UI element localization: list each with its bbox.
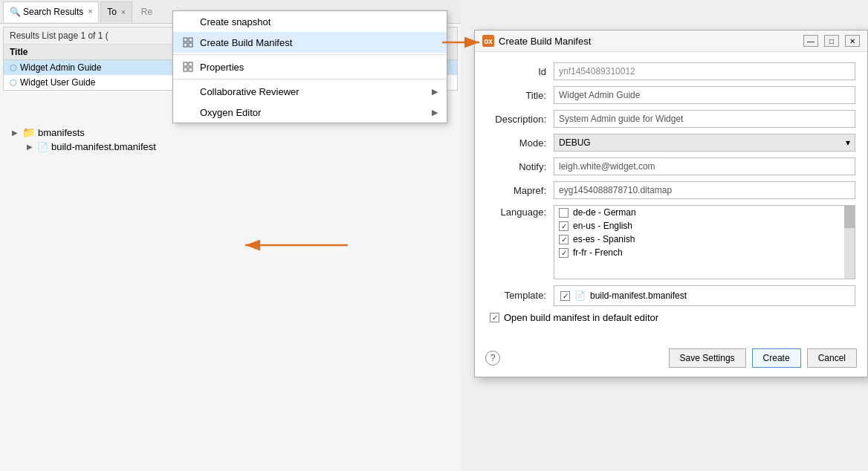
folder-icon: 📁 xyxy=(22,126,35,138)
tab-to-label: To xyxy=(107,7,117,17)
svg-rect-3 xyxy=(189,43,192,47)
template-label: Template: xyxy=(487,285,554,301)
mode-value: DEBUG xyxy=(559,137,591,148)
file-tree: ▶ 📁 bmanifests ▶ 📄 build-manifest.bmanif… xyxy=(0,119,438,160)
menu-item-properties-label: Properties xyxy=(200,62,244,73)
svg-rect-4 xyxy=(184,62,187,66)
open-build-label: Open build manifest in default editor xyxy=(504,312,658,323)
tab-to[interactable]: To × xyxy=(100,1,132,22)
mode-select[interactable]: DEBUG ▾ xyxy=(554,134,855,152)
dialog-controls: — □ ✕ xyxy=(803,35,860,47)
row-icon-2: ⬡ xyxy=(10,78,17,88)
folder-name: bmanifests xyxy=(38,127,85,138)
menu-item-create-snapshot[interactable]: Create snapshot xyxy=(173,11,447,32)
template-file-name: build-manifest.bmanifest xyxy=(590,290,687,301)
template-box: ✓ 📄 build-manifest.bmanifest xyxy=(554,285,855,306)
menu-item-create-build-manifest[interactable]: Create Build Manifest xyxy=(173,32,447,53)
language-row: Language: de-de - German ✓ en-us - Engli… xyxy=(487,205,855,279)
lang-checkbox-de-de[interactable] xyxy=(559,208,569,218)
lang-item-de-de: de-de - German xyxy=(554,206,855,219)
id-row: Id xyxy=(487,62,855,80)
save-settings-button[interactable]: Save Settings xyxy=(669,348,746,368)
svg-rect-5 xyxy=(189,62,192,66)
title-label: Title: xyxy=(487,90,554,101)
dialog-minimize-button[interactable]: — xyxy=(803,35,818,47)
results-row-2-label: Widget User Guide xyxy=(20,77,95,88)
menu-separator-2 xyxy=(173,79,447,79)
tree-file-bmanifest[interactable]: ▶ 📄 build-manifest.bmanifest xyxy=(27,140,427,154)
dialog-footer: ? Save Settings Create Cancel xyxy=(475,342,867,377)
mode-dropdown-icon: ▾ xyxy=(846,137,850,148)
svg-rect-2 xyxy=(184,43,187,47)
dialog-body: Id Title: Description: Mode: DEBUG ▾ Not… xyxy=(475,52,867,342)
dialog-close-button[interactable]: ✕ xyxy=(845,35,860,47)
template-item: ✓ 📄 build-manifest.bmanifest xyxy=(560,290,849,301)
mapref-row: Mapref: xyxy=(487,181,855,199)
template-checkbox[interactable]: ✓ xyxy=(560,291,570,301)
lang-item-es-es: ✓ es-es - Spanish xyxy=(554,233,855,246)
scrollbar-thumb xyxy=(844,206,855,228)
notify-input[interactable] xyxy=(554,157,855,175)
language-scrollbar[interactable] xyxy=(844,206,855,279)
menu-item-properties[interactable]: Properties xyxy=(173,56,447,77)
template-file-icon: 📄 xyxy=(574,290,586,301)
menu-item-create-build-manifest-label: Create Build Manifest xyxy=(200,37,292,48)
lang-item-fr-fr: ✓ fr-fr - French xyxy=(554,246,855,259)
create-snapshot-icon xyxy=(182,16,194,27)
notify-row: Notify: xyxy=(487,157,855,175)
mapref-input[interactable] xyxy=(554,181,855,199)
tab-search-results[interactable]: 🔍 Search Results × xyxy=(3,1,99,22)
menu-item-oxygen-editor-label: Oxygen Editor xyxy=(200,107,261,118)
language-list: de-de - German ✓ en-us - English ✓ es-es… xyxy=(554,205,855,279)
description-row: Description: xyxy=(487,110,855,128)
results-row-1-label: Widget Admin Guide xyxy=(20,62,101,73)
folder-expand-icon: ▶ xyxy=(12,129,19,137)
lang-label-de-de: de-de - German xyxy=(573,207,636,218)
svg-rect-0 xyxy=(184,38,187,42)
dialog-title-icon: ox xyxy=(482,35,494,47)
file-icon: 📄 xyxy=(37,142,48,152)
context-menu: Create snapshot Create Build Manifest Pr… xyxy=(172,10,447,123)
lang-label-fr-fr: fr-fr - French xyxy=(573,247,623,258)
lang-checkbox-en-us[interactable]: ✓ xyxy=(559,221,569,231)
menu-separator-1 xyxy=(173,54,447,55)
row-icon-1: ⬡ xyxy=(10,63,17,73)
create-build-manifest-dialog: ox Create Build Manifest — □ ✕ Id Title:… xyxy=(474,30,868,377)
svg-rect-1 xyxy=(189,38,192,42)
collaborative-reviewer-arrow: ▶ xyxy=(432,87,438,97)
dialog-titlebar: ox Create Build Manifest — □ ✕ xyxy=(475,30,867,52)
lang-checkbox-es-es[interactable]: ✓ xyxy=(559,235,569,244)
open-build-checkbox[interactable]: ✓ xyxy=(490,313,499,322)
cancel-button[interactable]: Cancel xyxy=(807,348,857,368)
id-input[interactable] xyxy=(554,62,855,80)
open-build-row: ✓ Open build manifest in default editor xyxy=(487,312,855,323)
tab-search-results-close[interactable]: × xyxy=(88,7,92,16)
mode-row: Mode: DEBUG ▾ xyxy=(487,134,855,152)
collaborative-reviewer-icon xyxy=(182,85,194,97)
lang-checkbox-fr-fr[interactable]: ✓ xyxy=(559,248,569,258)
menu-item-oxygen-editor[interactable]: Oxygen Editor ▶ xyxy=(173,102,447,123)
results-info: Results List page 1 of 1 ( xyxy=(10,30,108,41)
description-input[interactable] xyxy=(554,110,855,128)
svg-rect-7 xyxy=(189,68,192,71)
title-input[interactable] xyxy=(554,86,855,104)
tree-folder-bmanifests[interactable]: ▶ 📁 bmanifests xyxy=(12,125,427,140)
tab-to-close[interactable]: × xyxy=(121,8,126,16)
menu-item-collaborative-reviewer-label: Collaborative Reviewer xyxy=(200,86,299,97)
help-icon[interactable]: ? xyxy=(485,351,500,366)
notify-label: Notify: xyxy=(487,161,554,172)
file-name: build-manifest.bmanifest xyxy=(51,141,156,152)
oxygen-editor-arrow: ▶ xyxy=(432,108,438,117)
tab-re-partial: Re xyxy=(137,4,157,20)
create-button[interactable]: Create xyxy=(752,348,801,368)
search-results-icon: 🔍 xyxy=(10,7,20,17)
language-label: Language: xyxy=(487,205,554,218)
mapref-label: Mapref: xyxy=(487,185,554,196)
create-build-manifest-icon xyxy=(182,36,194,48)
menu-item-collaborative-reviewer[interactable]: Collaborative Reviewer ▶ xyxy=(173,81,447,102)
mode-label: Mode: xyxy=(487,137,554,149)
dialog-maximize-button[interactable]: □ xyxy=(824,35,839,47)
dialog-title-text: Create Build Manifest xyxy=(499,36,799,47)
menu-item-create-snapshot-label: Create snapshot xyxy=(200,16,271,27)
description-label: Description: xyxy=(487,114,554,125)
